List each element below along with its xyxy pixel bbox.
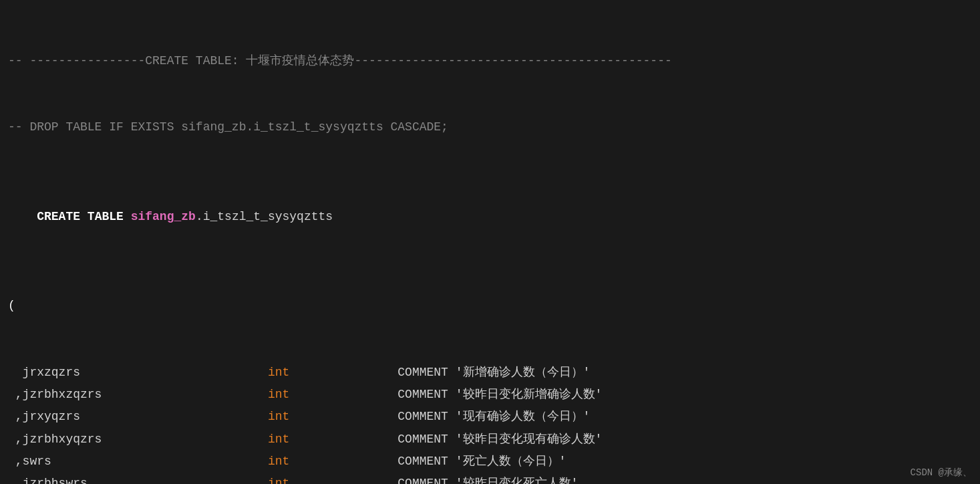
col-type: int — [268, 366, 397, 379]
code-editor: -- ----------------CREATE TABLE: 十堰市疫情总体… — [8, 5, 972, 484]
comment-value: '较昨日变化新增确诊人数' — [456, 388, 603, 401]
create-table-line: CREATE TABLE sifang_zb.i_tszl_t_sysyqztt… — [8, 183, 972, 250]
comment-keyword: COMMENT — [397, 455, 455, 468]
comment-value: '死亡人数（今日）' — [456, 455, 566, 468]
footer-text: CSDN @承缘、 — [911, 467, 972, 479]
col-prefix: jrxzqzrs — [8, 366, 268, 379]
comment-keyword: COMMENT — [397, 433, 455, 446]
columns-container: jrxzqzrs int COMMENT '新增确诊人数（今日）' ,jzrbh… — [8, 362, 972, 484]
col-type: int — [268, 410, 397, 423]
table-row: ,jzrbhswrs int COMMENT '较昨日变化死亡人数' — [8, 473, 972, 484]
comment-keyword: COMMENT — [397, 410, 455, 423]
table-row: ,jzrbhxyqzrs int COMMENT '较昨日变化现有确诊人数' — [8, 429, 972, 451]
comment-keyword: COMMENT — [397, 366, 455, 379]
col-type: int — [268, 455, 397, 468]
open-paren: ( — [8, 295, 972, 317]
comment-value: '现有确诊人数（今日）' — [456, 410, 591, 423]
comment-value: '新增确诊人数（今日）' — [456, 366, 591, 379]
create-keyword: CREATE TABLE — [37, 210, 130, 223]
comment-value: '较昨日变化死亡人数' — [456, 477, 579, 484]
table-row: ,jrxyqzrs int COMMENT '现有确诊人数（今日）' — [8, 406, 972, 428]
col-prefix: ,jzrbhxyqzrs — [8, 433, 268, 446]
col-type: int — [268, 477, 397, 484]
table-row: ,swrs int COMMENT '死亡人数（今日）' — [8, 451, 972, 473]
table-row: jrxzqzrs int COMMENT '新增确诊人数（今日）' — [8, 362, 972, 384]
col-prefix: ,swrs — [8, 455, 268, 468]
comment-keyword: COMMENT — [397, 477, 455, 484]
col-type: int — [268, 433, 397, 446]
col-prefix: ,jzrbhswrs — [8, 477, 268, 484]
col-type: int — [268, 388, 397, 401]
col-prefix: ,jzrbhxzqzrs — [8, 388, 268, 401]
col-prefix: ,jrxyqzrs — [8, 410, 268, 423]
table-name: .i_tszl_t_sysyqztts — [196, 210, 333, 223]
comment-line-2: -- DROP TABLE IF EXISTS sifang_zb.i_tszl… — [8, 116, 972, 138]
table-row: ,jzrbhxzqzrs int COMMENT '较昨日变化新增确诊人数' — [8, 384, 972, 406]
comment-line-1: -- ----------------CREATE TABLE: 十堰市疫情总体… — [8, 50, 972, 72]
table-schema: sifang_zb — [131, 210, 196, 223]
comment-keyword: COMMENT — [397, 388, 455, 401]
comment-value: '较昨日变化现有确诊人数' — [456, 433, 603, 446]
